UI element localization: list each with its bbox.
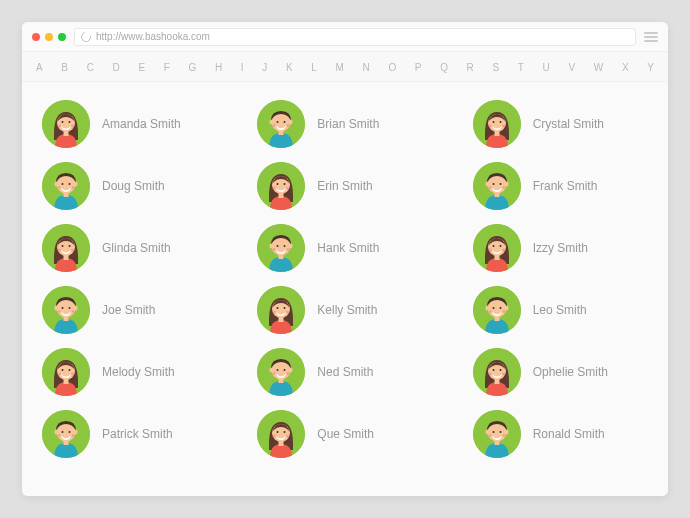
svg-point-58 — [284, 245, 286, 247]
contact-item[interactable]: Leo Smith — [473, 286, 648, 334]
alpha-letter[interactable]: K — [286, 62, 293, 73]
browser-window: http://www.bashooka.com ABCDEFGHIJKLMNOP… — [22, 22, 668, 496]
alpha-letter[interactable]: B — [61, 62, 68, 73]
contact-item[interactable]: Amanda Smith — [42, 100, 217, 148]
alpha-letter[interactable]: O — [388, 62, 396, 73]
contact-item[interactable]: Ophelie Smith — [473, 348, 648, 396]
contact-name: Izzy Smith — [533, 241, 588, 255]
alpha-letter[interactable]: P — [415, 62, 422, 73]
contact-name: Doug Smith — [102, 179, 165, 193]
svg-point-126 — [75, 430, 78, 435]
alpha-letter[interactable]: W — [594, 62, 603, 73]
svg-point-117 — [502, 373, 505, 376]
svg-point-4 — [58, 125, 61, 128]
svg-point-13 — [270, 120, 273, 125]
alpha-letter[interactable]: X — [622, 62, 629, 73]
svg-point-14 — [290, 120, 293, 125]
avatar — [473, 410, 521, 458]
contact-item[interactable]: Hank Smith — [257, 224, 432, 272]
alpha-letter[interactable]: D — [113, 62, 120, 73]
contact-item[interactable]: Ned Smith — [257, 348, 432, 396]
svg-rect-31 — [64, 192, 69, 197]
alpha-letter[interactable]: I — [241, 62, 244, 73]
contact-item[interactable]: Ronald Smith — [473, 410, 648, 458]
maximize-icon[interactable] — [58, 33, 66, 41]
minimize-icon[interactable] — [45, 33, 53, 41]
alpha-letter[interactable]: T — [518, 62, 524, 73]
svg-point-91 — [488, 310, 491, 313]
svg-point-37 — [287, 187, 290, 190]
svg-point-78 — [75, 306, 78, 311]
contact-item[interactable]: Brian Smith — [257, 100, 432, 148]
svg-point-84 — [274, 311, 277, 314]
avatar — [473, 162, 521, 210]
svg-point-141 — [485, 430, 488, 435]
contact-name: Ophelie Smith — [533, 365, 608, 379]
alpha-letter[interactable]: H — [215, 62, 222, 73]
alpha-letter[interactable]: U — [543, 62, 550, 73]
svg-point-3 — [69, 121, 71, 123]
alpha-letter[interactable]: G — [189, 62, 197, 73]
contact-item[interactable]: Patrick Smith — [42, 410, 217, 458]
contact-item[interactable]: Melody Smith — [42, 348, 217, 396]
alpha-letter[interactable]: L — [311, 62, 317, 73]
alpha-letter[interactable]: R — [467, 62, 474, 73]
svg-point-114 — [492, 369, 494, 371]
contact-item[interactable]: Glinda Smith — [42, 224, 217, 272]
svg-point-2 — [62, 121, 64, 123]
svg-point-45 — [485, 182, 488, 187]
contact-item[interactable]: Erin Smith — [257, 162, 432, 210]
svg-rect-22 — [494, 131, 499, 136]
alpha-letter[interactable]: J — [262, 62, 267, 73]
svg-point-21 — [502, 125, 505, 128]
svg-point-18 — [492, 121, 494, 123]
avatar — [257, 410, 305, 458]
svg-point-68 — [489, 249, 492, 252]
svg-rect-127 — [64, 440, 69, 445]
contact-name: Amanda Smith — [102, 117, 181, 131]
contact-item[interactable]: Doug Smith — [42, 162, 217, 210]
svg-rect-118 — [494, 379, 499, 384]
contact-item[interactable]: Crystal Smith — [473, 100, 648, 148]
refresh-icon[interactable] — [79, 30, 93, 44]
svg-point-25 — [62, 183, 64, 185]
contact-item[interactable]: Frank Smith — [473, 162, 648, 210]
svg-rect-86 — [279, 317, 284, 322]
svg-point-138 — [499, 431, 501, 433]
svg-rect-95 — [494, 316, 499, 321]
alpha-letter[interactable]: N — [363, 62, 370, 73]
avatar — [257, 348, 305, 396]
svg-point-11 — [273, 124, 276, 127]
alpha-letter[interactable]: Y — [647, 62, 654, 73]
alpha-letter[interactable]: F — [164, 62, 170, 73]
hamburger-menu-icon[interactable] — [644, 32, 658, 42]
avatar — [42, 224, 90, 272]
contact-item[interactable]: Kelly Smith — [257, 286, 432, 334]
avatar — [257, 286, 305, 334]
svg-point-137 — [492, 431, 494, 433]
close-icon[interactable] — [32, 33, 40, 41]
svg-point-121 — [62, 431, 64, 433]
alpha-letter[interactable]: S — [492, 62, 499, 73]
svg-rect-47 — [494, 192, 499, 197]
contact-item[interactable]: Que Smith — [257, 410, 432, 458]
alpha-letter[interactable]: C — [87, 62, 94, 73]
avatar — [42, 100, 90, 148]
avatar — [473, 100, 521, 148]
alpha-letter[interactable]: E — [138, 62, 145, 73]
alpha-letter[interactable]: Q — [440, 62, 448, 73]
svg-point-27 — [58, 186, 61, 189]
alpha-letter[interactable]: A — [36, 62, 43, 73]
url-bar[interactable]: http://www.bashooka.com — [74, 28, 636, 46]
contact-item[interactable]: Joe Smith — [42, 286, 217, 334]
alpha-letter[interactable]: M — [336, 62, 344, 73]
svg-point-26 — [69, 183, 71, 185]
svg-point-115 — [499, 369, 501, 371]
alpha-letter[interactable]: V — [568, 62, 575, 73]
svg-point-130 — [277, 431, 279, 433]
svg-point-69 — [502, 249, 505, 252]
url-text: http://www.bashooka.com — [96, 31, 210, 42]
contact-item[interactable]: Izzy Smith — [473, 224, 648, 272]
svg-point-44 — [502, 186, 505, 189]
svg-point-73 — [62, 307, 64, 309]
